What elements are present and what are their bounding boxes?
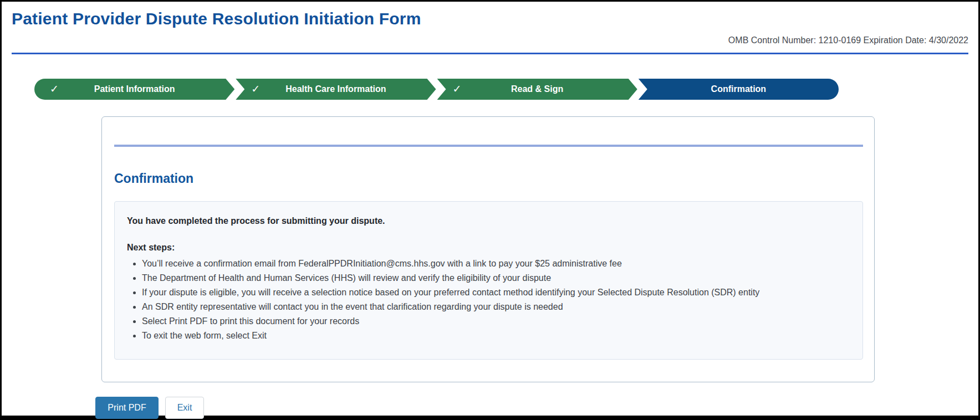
confirmation-heading: Confirmation [114, 171, 863, 186]
step-patient-information[interactable]: ✓ Patient Information [34, 79, 234, 100]
omb-control-text: OMB Control Number: 1210-0169 Expiration… [12, 35, 968, 46]
next-step-item: You’ll receive a confirmation email from… [142, 258, 850, 269]
print-pdf-button[interactable]: Print PDF [95, 397, 159, 419]
next-step-item: The Department of Health and Human Servi… [142, 273, 850, 284]
next-step-item: If your dispute is eligible, you will re… [142, 287, 850, 298]
step-label: Health Care Information [285, 84, 386, 94]
check-icon: ✓ [453, 83, 462, 95]
page-title: Patient Provider Dispute Resolution Init… [12, 8, 968, 29]
next-step-item: An SDR entity representative will contac… [142, 301, 850, 313]
action-bar: Print PDF Exit [95, 397, 978, 419]
exit-button[interactable]: Exit [165, 397, 204, 419]
step-read-and-sign[interactable]: ✓ Read & Sign [437, 79, 637, 100]
confirmation-card: Confirmation You have completed the proc… [101, 116, 875, 382]
page-header: Patient Provider Dispute Resolution Init… [2, 2, 978, 54]
confirmation-info-box: You have completed the process for submi… [114, 201, 863, 360]
page-frame: Patient Provider Dispute Resolution Init… [0, 0, 980, 420]
step-label: Confirmation [711, 84, 767, 94]
card-top-divider [114, 145, 863, 147]
next-steps-list: You’ll receive a confirmation email from… [127, 258, 850, 341]
next-step-item: Select Print PDF to print this document … [142, 316, 850, 327]
next-step-item: To exit the web form, select Exit [142, 330, 850, 341]
next-steps-label: Next steps: [127, 243, 850, 253]
completion-message: You have completed the process for submi… [127, 216, 850, 226]
header-divider [12, 53, 968, 54]
step-health-care-information[interactable]: ✓ Health Care Information [236, 79, 436, 100]
step-confirmation[interactable]: Confirmation [639, 79, 839, 100]
check-icon: ✓ [251, 83, 260, 95]
step-label: Patient Information [94, 84, 175, 94]
step-label: Read & Sign [511, 84, 563, 94]
progress-stepper: ✓ Patient Information ✓ Health Care Info… [34, 79, 839, 100]
check-icon: ✓ [50, 83, 59, 95]
